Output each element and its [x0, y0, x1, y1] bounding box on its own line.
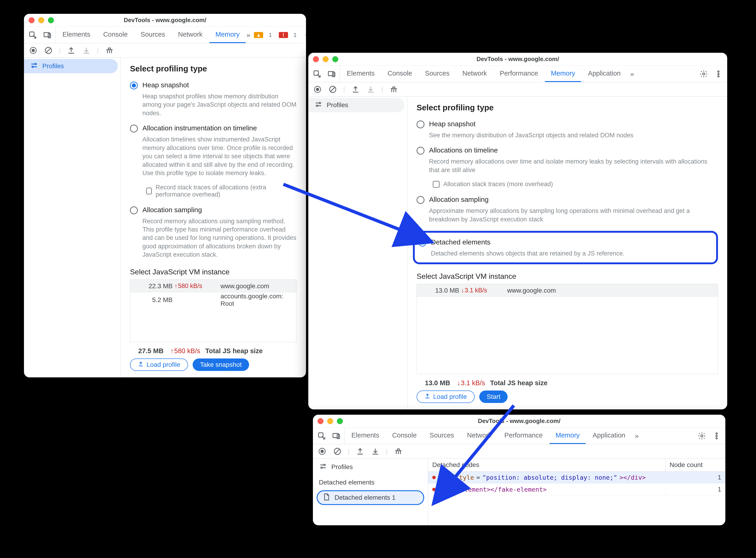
device-toolbar-icon[interactable]	[43, 30, 52, 40]
device-toolbar-icon[interactable]	[327, 69, 336, 79]
checkbox-icon[interactable]	[433, 181, 439, 188]
tab-memory[interactable]: Memory	[209, 27, 246, 43]
collect-garbage-icon[interactable]	[394, 447, 403, 456]
radio-icon[interactable]	[419, 239, 426, 247]
col-node-count[interactable]: Node count	[665, 458, 725, 472]
window-minimize-button[interactable]	[38, 17, 44, 23]
radio-icon[interactable]	[417, 147, 424, 155]
sidebar-item-profiles[interactable]: Profiles	[313, 460, 425, 474]
col-detached-nodes[interactable]: Detached nodes	[428, 458, 665, 472]
load-profile-button[interactable]: Load profile	[417, 390, 475, 403]
tab-application[interactable]: Application	[582, 66, 627, 82]
clear-icon[interactable]	[44, 46, 53, 55]
window-close-button[interactable]	[318, 418, 324, 424]
collect-garbage-icon[interactable]	[389, 85, 398, 94]
tab-console[interactable]: Console	[386, 428, 423, 444]
vm-row[interactable]: 22.3 MB 580 kB/s www.google.com	[130, 280, 297, 293]
settings-icon[interactable]	[697, 431, 706, 440]
radio-icon[interactable]	[130, 125, 138, 132]
tab-console[interactable]: Console	[382, 66, 418, 82]
window-minimize-button[interactable]	[323, 56, 329, 62]
radio-icon[interactable]	[130, 81, 138, 90]
tab-elements[interactable]: Elements	[341, 66, 381, 82]
upload-icon[interactable]	[351, 85, 360, 94]
record-icon[interactable]	[29, 46, 38, 55]
tab-application[interactable]: Application	[587, 428, 631, 444]
tab-memory[interactable]: Memory	[550, 428, 586, 444]
option-allocations-timeline[interactable]: Allocations on timeline	[417, 145, 718, 156]
checkbox-icon[interactable]	[146, 187, 152, 195]
radio-icon[interactable]	[417, 196, 424, 204]
option-timeline-checkbox[interactable]: Record stack traces of allocations (extr…	[146, 184, 297, 198]
window-close-button[interactable]	[313, 56, 319, 62]
download-icon[interactable]	[371, 447, 380, 456]
tab-elements[interactable]: Elements	[345, 428, 385, 444]
kebab-menu-icon[interactable]	[712, 431, 721, 440]
sidebar-item-detached-1[interactable]: Detached elements 1	[317, 490, 424, 505]
tab-elements[interactable]: Elements	[56, 27, 96, 43]
window-close-button[interactable]	[29, 17, 34, 23]
sidebar-item-profiles[interactable]: Profiles	[24, 59, 118, 73]
more-tabs-icon[interactable]: »	[628, 69, 637, 79]
tab-network[interactable]: Network	[456, 66, 493, 82]
clear-icon[interactable]	[333, 447, 342, 456]
take-snapshot-button[interactable]: Take snapshot	[193, 358, 249, 371]
option-allocation-sampling[interactable]: Allocation sampling	[130, 205, 297, 216]
collect-garbage-icon[interactable]	[105, 46, 114, 55]
tab-performance[interactable]: Performance	[498, 428, 549, 444]
table-row[interactable]: <div style="position: absolute; display:…	[428, 472, 725, 484]
tab-sources[interactable]: Sources	[134, 27, 171, 43]
tab-console[interactable]: Console	[97, 27, 134, 43]
window-maximize-button[interactable]	[337, 418, 343, 424]
inspect-element-icon[interactable]	[28, 30, 37, 40]
settings-icon[interactable]	[699, 69, 708, 79]
profile-file-icon	[322, 493, 330, 503]
record-icon[interactable]	[313, 85, 322, 94]
vm-row[interactable]: 13.0 MB 3.1 kB/s www.google.com	[417, 284, 718, 297]
inspect-element-icon[interactable]	[317, 431, 326, 440]
tab-memory[interactable]: Memory	[545, 66, 581, 82]
load-profile-button[interactable]: Load profile	[130, 358, 188, 371]
clear-icon[interactable]	[328, 85, 337, 94]
more-tabs-icon[interactable]: »	[632, 431, 641, 440]
panel-tabstrip: Elements Console Sources Network Memory …	[24, 27, 306, 43]
window-minimize-button[interactable]	[327, 418, 333, 424]
option-allocation-timeline[interactable]: Allocation instrumentation on timeline	[130, 123, 297, 134]
error-badge-icon[interactable]: !	[279, 32, 288, 38]
tab-network[interactable]: Network	[461, 428, 498, 444]
vm-row[interactable]: 5.2 MB accounts.google.com: Root	[130, 293, 297, 305]
main-panel: Select profiling type Heap snapshot See …	[407, 97, 727, 409]
download-icon[interactable]	[82, 46, 91, 55]
tab-performance[interactable]: Performance	[494, 66, 544, 82]
panel-tabstrip: Elements Console Sources Network Perform…	[313, 428, 725, 444]
upload-icon[interactable]	[67, 46, 76, 55]
status-dot-icon	[432, 488, 436, 491]
download-icon[interactable]	[366, 85, 375, 94]
tab-network[interactable]: Network	[172, 27, 208, 43]
settings-icon[interactable]	[304, 30, 306, 40]
option-heap-snapshot[interactable]: Heap snapshot	[417, 119, 718, 130]
svg-rect-11	[328, 71, 334, 76]
start-button[interactable]: Start	[479, 390, 508, 403]
kebab-menu-icon[interactable]	[714, 69, 723, 79]
radio-icon[interactable]	[417, 121, 424, 128]
option-detached-elements[interactable]: Detached elements	[419, 237, 710, 248]
window-maximize-button[interactable]	[48, 17, 54, 23]
warning-badge-icon[interactable]: ▲	[254, 32, 263, 38]
inspect-element-icon[interactable]	[312, 69, 322, 79]
tab-sources[interactable]: Sources	[424, 428, 460, 444]
device-toolbar-icon[interactable]	[332, 431, 341, 440]
record-icon[interactable]	[318, 447, 327, 456]
svg-point-15	[718, 73, 719, 75]
option-allocation-sampling[interactable]: Allocation sampling	[417, 194, 718, 206]
upload-icon[interactable]	[355, 447, 365, 456]
window-maximize-button[interactable]	[332, 56, 338, 62]
option-heap-snapshot[interactable]: Heap snapshot	[130, 80, 297, 91]
option-timeline-checkbox[interactable]: Allocation stack traces (more overhead)	[433, 181, 718, 188]
upload-icon	[424, 393, 430, 401]
more-tabs-icon[interactable]: »	[247, 30, 250, 40]
table-row[interactable]: <fake-element></fake-element> 1	[428, 484, 725, 496]
tab-sources[interactable]: Sources	[419, 66, 455, 82]
sidebar-item-profiles[interactable]: Profiles	[308, 98, 404, 112]
radio-icon[interactable]	[130, 206, 138, 214]
